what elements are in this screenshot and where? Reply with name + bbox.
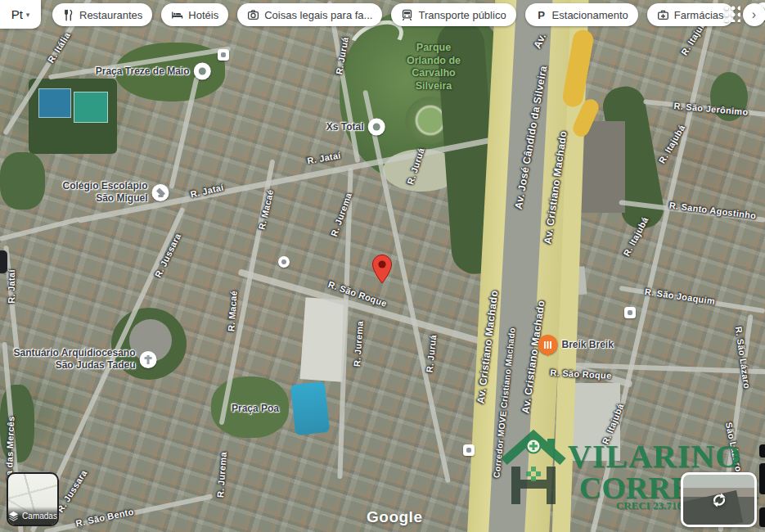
- travel-mode-box[interactable]: Pt ▾: [0, 0, 41, 29]
- chip-coisas-legais[interactable]: Coisas legais para fa...: [237, 3, 382, 26]
- layers-label: Camadas: [22, 512, 57, 521]
- watermark-creci: CRECI 23.716: [616, 499, 682, 512]
- chip-label: Farmácias: [674, 9, 724, 21]
- hotel-icon: [171, 9, 183, 21]
- transit-stop-icon[interactable]: [463, 444, 475, 456]
- poi-xs-total[interactable]: Xs Total: [326, 119, 385, 136]
- street-view-preview[interactable]: [681, 472, 757, 527]
- chip-label: Restaurantes: [79, 9, 142, 21]
- street-label: R. Jataí: [7, 269, 16, 304]
- restaurant-pin-icon: [538, 335, 558, 354]
- sports-court: [38, 88, 71, 118]
- chevron-down-icon: ▾: [26, 11, 30, 19]
- poi-label: Santuário ArquidiocesanoSão Judas Tadeu: [14, 347, 136, 372]
- poi-colegio-escolapio-sao-miguel[interactable]: Colégio EscolápioSão Miguel: [62, 180, 169, 205]
- rotate-view-icon: [709, 490, 729, 510]
- poi-label: Colégio EscolápioSão Miguel: [62, 180, 147, 205]
- google-maps-screen: R. ItáliaR. JuruáAv.R. JataíR. JataíR. J…: [0, 0, 765, 532]
- chip-farmacias[interactable]: Farmácias: [647, 3, 734, 26]
- google-logo: Google: [367, 508, 422, 526]
- poi-label: Xs Total: [326, 121, 364, 133]
- svg-text:P: P: [538, 9, 545, 21]
- filter-chip-bar: RestaurantesHotéisCoisas legais para fa.…: [52, 3, 765, 26]
- transit-icon: [401, 9, 413, 21]
- chip-label: Hotéis: [188, 9, 218, 21]
- restaurant-icon: [62, 9, 74, 21]
- poi-breik-breik[interactable]: Breik Breik: [538, 335, 614, 354]
- cut-off-button[interactable]: [759, 507, 765, 527]
- sports-court: [74, 92, 108, 123]
- poi-label: ParqueOrlando deCarvalhoSilveira: [407, 42, 461, 93]
- church-icon: [140, 351, 157, 368]
- swimming-pool: [290, 381, 330, 435]
- chip-estacionamento[interactable]: PEstacionamento: [525, 3, 638, 26]
- poi-label: Praça Treze de Maio: [96, 65, 190, 78]
- google-apps-grid-icon[interactable]: [722, 4, 740, 22]
- layers-button[interactable]: Camadas: [7, 472, 59, 526]
- poi-parque-orlando-de-carvalho-silveira[interactable]: ParqueOrlando deCarvalhoSilveira: [407, 42, 461, 93]
- poi-santuario-sao-judas-tadeu[interactable]: Santuário ArquidiocesanoSão Judas Tadeu: [14, 347, 157, 372]
- poi-praca-treze-de-maio[interactable]: Praça Treze de Maio: [96, 63, 211, 80]
- tree-cluster: [0, 152, 45, 210]
- pharmacy-icon: [657, 9, 669, 21]
- parking-icon: P: [535, 9, 547, 21]
- poi-praca-poa[interactable]: Praça Poa: [232, 403, 279, 415]
- cut-off-button[interactable]: [759, 444, 765, 458]
- chip-label: Estacionamento: [552, 9, 628, 21]
- chip-restaurantes[interactable]: Restaurantes: [52, 3, 152, 26]
- chip-hoteis[interactable]: Hotéis: [161, 3, 228, 26]
- chip-label: Transporte público: [418, 9, 506, 21]
- more-chips-button[interactable]: ›: [743, 3, 765, 26]
- chip-transporte-publico[interactable]: Transporte público: [391, 3, 515, 26]
- layers-icon: [8, 511, 19, 521]
- chip-label: Coisas legais para fa...: [264, 9, 372, 21]
- cut-off-button[interactable]: [759, 463, 765, 494]
- location-pin[interactable]: [371, 254, 393, 285]
- transit-stop-icon[interactable]: [218, 49, 229, 61]
- poi-label: Breik Breik: [562, 339, 614, 351]
- camera-icon: [247, 9, 259, 21]
- transit-stop-icon[interactable]: [624, 307, 636, 318]
- park-dot-icon: [368, 119, 385, 136]
- travel-mode-label: Pt: [11, 7, 23, 21]
- side-panel-handle[interactable]: [0, 250, 7, 273]
- park-dot-icon: [194, 63, 211, 80]
- vilarino-house-logo: [501, 429, 566, 512]
- school-icon: [152, 184, 169, 201]
- poi-label: Praça Poa: [232, 403, 279, 415]
- transit-stop-icon[interactable]: [278, 256, 290, 268]
